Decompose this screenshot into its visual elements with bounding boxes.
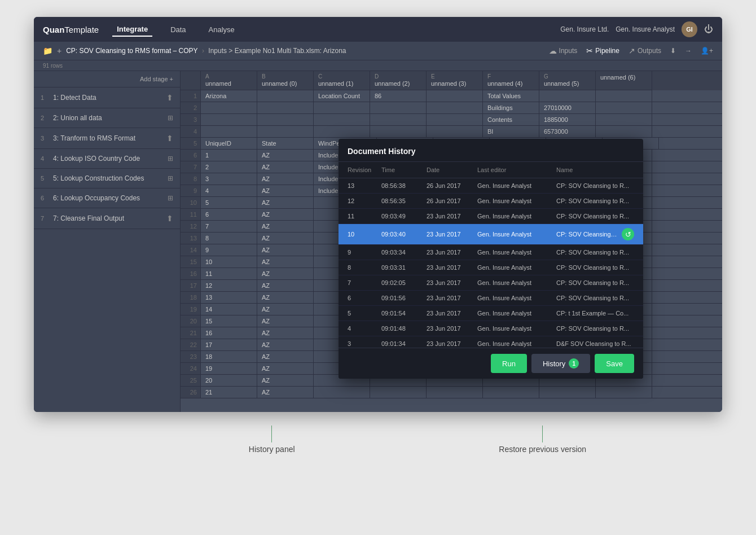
data-cell[interactable] (539, 90, 596, 102)
data-cell[interactable]: 6 (201, 209, 257, 220)
data-cell[interactable] (370, 102, 427, 113)
data-cell[interactable]: AZ (257, 339, 314, 350)
data-cell[interactable]: Contents (483, 114, 539, 125)
history-row[interactable]: 12 08:56:35 26 Jun 2017 Gen. Insure Anal… (339, 194, 643, 209)
stage-item-6[interactable]: 6 6: Lookup Occupancy Codes ⊞ (34, 188, 180, 208)
data-cell[interactable] (596, 102, 652, 113)
data-cell[interactable] (314, 126, 370, 137)
data-cell[interactable]: Arizona (201, 90, 257, 102)
history-row[interactable]: 7 09:02:05 23 Jun 2017 Gen. Insure Analy… (339, 275, 643, 291)
data-cell[interactable]: 13 (201, 292, 257, 303)
data-cell[interactable] (370, 387, 427, 398)
share-action[interactable]: → (685, 47, 692, 55)
data-cell[interactable] (201, 102, 257, 113)
data-cell[interactable]: 2 (201, 161, 257, 173)
data-cell[interactable] (427, 126, 483, 137)
data-cell[interactable]: AZ (257, 233, 314, 244)
data-cell[interactable]: 5 (201, 197, 257, 208)
stage-item-2[interactable]: 2 2: Union all data ⊞ (34, 108, 180, 128)
data-cell[interactable]: 8 (201, 233, 257, 244)
data-cell[interactable]: 7 (201, 221, 257, 232)
data-cell[interactable]: AZ (257, 387, 314, 398)
history-row[interactable]: 6 09:01:56 23 Jun 2017 Gen. Insure Analy… (339, 291, 643, 306)
data-cell[interactable] (596, 387, 652, 398)
data-cell[interactable] (257, 126, 314, 137)
data-cell[interactable]: Location Count (314, 90, 370, 102)
data-cell[interactable]: 17 (201, 339, 257, 350)
data-cell[interactable] (201, 114, 257, 125)
history-row[interactable]: 11 09:03:49 23 Jun 2017 Gen. Insure Anal… (339, 209, 643, 224)
nav-integrate[interactable]: Integrate (112, 23, 152, 37)
history-button[interactable]: History 1 (531, 354, 590, 373)
nav-data[interactable]: Data (166, 23, 190, 36)
nav-analyse[interactable]: Analyse (204, 23, 239, 36)
data-cell[interactable]: AZ (257, 150, 314, 161)
data-cell[interactable] (257, 90, 314, 102)
data-cell[interactable] (539, 387, 596, 398)
data-cell[interactable]: AZ (257, 244, 314, 256)
add-pipeline-icon[interactable]: + (57, 46, 61, 55)
data-cell[interactable]: 21 (201, 387, 257, 398)
data-cell[interactable]: AZ (257, 268, 314, 279)
data-cell[interactable]: Buildings (483, 102, 539, 113)
data-cell[interactable]: UniqueID (201, 138, 257, 149)
data-cell[interactable]: AZ (257, 161, 314, 173)
data-cell[interactable]: AZ (257, 221, 314, 232)
data-cell[interactable]: 11 (201, 268, 257, 279)
data-cell[interactable] (370, 114, 427, 125)
history-row[interactable]: 13 08:56:38 26 Jun 2017 Gen. Insure Anal… (339, 178, 643, 194)
data-cell[interactable]: AZ (257, 280, 314, 291)
avatar[interactable]: GI (682, 21, 697, 37)
data-cell[interactable]: AZ (257, 173, 314, 185)
data-cell[interactable]: AZ (257, 351, 314, 362)
data-cell[interactable] (370, 126, 427, 137)
pipeline-action[interactable]: ✂ Pipeline (586, 46, 619, 55)
data-cell[interactable] (483, 387, 539, 398)
restore-button[interactable]: ↺ (622, 228, 634, 240)
history-row[interactable]: 3 09:01:34 23 Jun 2017 Gen. Insure Analy… (339, 336, 643, 348)
data-cell[interactable]: AZ (257, 185, 314, 196)
data-cell[interactable] (427, 387, 483, 398)
data-cell[interactable] (201, 126, 257, 137)
stage-item-1[interactable]: 1 1: Detect Data ⬆ (34, 87, 180, 108)
data-cell[interactable]: AZ (257, 292, 314, 303)
data-cell[interactable] (314, 387, 370, 398)
stage-item-5[interactable]: 5 5: Lookup Construction Codes ⊞ (34, 169, 180, 188)
outputs-action[interactable]: ↗ Outputs (628, 46, 661, 55)
data-cell[interactable]: 12 (201, 280, 257, 291)
data-cell[interactable]: 20 (201, 375, 257, 386)
data-cell[interactable]: AZ (257, 315, 314, 327)
data-cell[interactable]: AZ (257, 363, 314, 374)
data-cell[interactable]: 15 (201, 315, 257, 327)
data-cell[interactable]: AZ (257, 327, 314, 339)
data-cell[interactable]: AZ (257, 197, 314, 208)
power-icon[interactable]: ⏻ (704, 24, 713, 34)
data-cell[interactable]: State (257, 138, 314, 149)
download-action[interactable]: ⬇ (670, 47, 676, 55)
data-cell[interactable] (314, 114, 370, 125)
data-cell[interactable] (314, 102, 370, 113)
data-cell[interactable]: 9 (201, 244, 257, 256)
data-cell[interactable] (596, 126, 652, 137)
add-stage-button[interactable]: Add stage + (140, 76, 173, 82)
data-cell[interactable]: 3 (201, 173, 257, 185)
history-row[interactable]: 9 09:03:34 23 Jun 2017 Gen. Insure Analy… (339, 245, 643, 260)
data-cell[interactable] (257, 102, 314, 113)
data-cell[interactable] (596, 90, 652, 102)
data-cell[interactable]: 6573000 (539, 126, 596, 137)
data-grid-container[interactable]: A unnamed B unnamed (0) C unnamed (1) (181, 71, 722, 412)
history-row[interactable]: 4 09:01:48 23 Jun 2017 Gen. Insure Analy… (339, 321, 643, 336)
data-cell[interactable]: 86 (370, 90, 427, 102)
history-row[interactable]: 5 09:01:54 23 Jun 2017 Gen. Insure Analy… (339, 306, 643, 321)
data-cell[interactable]: AZ (257, 209, 314, 220)
stage-item-4[interactable]: 4 4: Lookup ISO Country Code ⊞ (34, 149, 180, 169)
data-cell[interactable]: AZ (257, 304, 314, 315)
data-cell[interactable] (427, 114, 483, 125)
data-cell[interactable] (596, 114, 652, 125)
data-cell[interactable]: 16 (201, 327, 257, 339)
user-add-action[interactable]: 👤+ (701, 47, 713, 55)
data-cell[interactable] (427, 102, 483, 113)
data-cell[interactable]: 27010000 (539, 102, 596, 113)
data-cell[interactable]: 14 (201, 304, 257, 315)
data-cell[interactable]: 1 (201, 150, 257, 161)
